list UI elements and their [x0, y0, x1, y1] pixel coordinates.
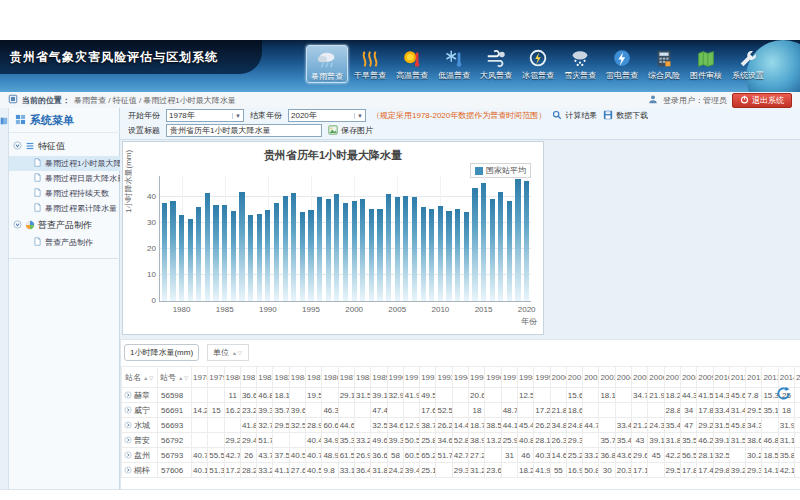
value-cell: 35.7: [599, 433, 615, 448]
nav-risk[interactable]: 综合风险: [644, 45, 684, 83]
unit-toggle-button[interactable]: 1小时降水量(mm): [124, 344, 199, 361]
save-image-button[interactable]: 保存图片: [328, 125, 373, 137]
nav-cold[interactable]: 低温普查: [434, 45, 474, 83]
legend-swatch: [475, 167, 483, 175]
y-tick-label: 10: [134, 270, 156, 279]
year-column-header[interactable]: 1989: [371, 367, 387, 388]
value-cell: 26: [240, 448, 256, 463]
year-column-header[interactable]: 1992: [420, 367, 436, 388]
expander-icon[interactable]: [13, 220, 22, 231]
year-column-header[interactable]: 2004: [615, 367, 631, 388]
value-cell: 40.5: [306, 463, 322, 478]
station-id-cell: 56793: [158, 448, 192, 463]
nav-heat[interactable]: 高温普查: [392, 45, 432, 83]
year-column-header[interactable]: 1980: [224, 367, 240, 388]
year-column-header[interactable]: 2000: [550, 367, 566, 388]
year-column-header[interactable]: 1995: [469, 367, 485, 388]
year-column-header[interactable]: 2008: [680, 367, 696, 388]
year-column-header[interactable]: 2012: [746, 367, 762, 388]
station-id-column-header[interactable]: 站号 ▲▽: [158, 367, 192, 388]
y-tick-label: 30: [134, 218, 156, 227]
breadcrumb[interactable]: 暴雨普查 / 特征值 / 暴雨过程1小时最大降水量: [74, 95, 236, 106]
value-cell: 31.1: [778, 433, 794, 448]
data-download-button[interactable]: 数据下载: [603, 110, 648, 122]
value-cell: 36.4: [354, 463, 370, 478]
nav-snow[interactable]: 雪灾普查: [560, 45, 600, 83]
nav-label: 大风普查: [476, 71, 516, 80]
bar-2001: [360, 199, 365, 301]
row-expander-icon[interactable]: [124, 466, 132, 476]
bar-2013: [464, 212, 469, 301]
year-column-header[interactable]: 2014: [778, 367, 794, 388]
value-cell: 38.9: [469, 433, 485, 448]
year-column-header[interactable]: 2013: [762, 367, 778, 388]
year-column-header[interactable]: 1996: [485, 367, 501, 388]
value-cell: 33.4: [713, 403, 729, 418]
year-column-header[interactable]: 2010: [713, 367, 729, 388]
year-column-header[interactable]: 1991: [403, 367, 419, 388]
nav-hail[interactable]: 冰雹普查: [518, 45, 558, 83]
station-name-column-header[interactable]: 站名 ▲▽: [122, 367, 158, 388]
year-column-header[interactable]: 1999: [534, 367, 550, 388]
year-column-header[interactable]: 2005: [632, 367, 648, 388]
year-column-header[interactable]: 1997: [501, 367, 517, 388]
year-column-header[interactable]: 1982: [257, 367, 273, 388]
year-column-header[interactable]: 1978: [192, 367, 208, 388]
value-cell: [224, 418, 240, 433]
year-column-header[interactable]: 1984: [289, 367, 305, 388]
end-year-select[interactable]: 2020年▼: [288, 109, 366, 122]
value-cell: 30: [599, 463, 615, 478]
year-column-header[interactable]: 1986: [322, 367, 338, 388]
value-cell: 45.6: [729, 388, 745, 403]
year-column-header[interactable]: 1990: [387, 367, 403, 388]
logout-button[interactable]: 退出系统: [732, 93, 792, 108]
refresh-icon[interactable]: [776, 386, 791, 405]
row-expander-icon[interactable]: [124, 421, 132, 431]
nav-drought[interactable]: 干旱普查: [350, 45, 390, 83]
login-user-label: 登录用户：管理员: [663, 95, 727, 106]
nav-rainstorm[interactable]: 暴雨普查: [306, 45, 348, 83]
year-column-header[interactable]: 2011: [729, 367, 745, 388]
nav-settings[interactable]: 系统设置: [728, 45, 768, 83]
sidebar-item-label: 暴雨过程累计降水量: [45, 203, 117, 214]
year-column-header[interactable]: 1987: [338, 367, 354, 388]
year-column-header[interactable]: 2007: [664, 367, 680, 388]
nav-map-audit[interactable]: 图件审核: [686, 45, 726, 83]
year-column-header[interactable]: 2002: [583, 367, 599, 388]
year-column-header[interactable]: 1981: [240, 367, 256, 388]
value-cell: [436, 388, 452, 403]
year-column-header[interactable]: 2009: [697, 367, 713, 388]
nav-wind[interactable]: 大风普查: [476, 45, 516, 83]
nav-label: 雪灾普查: [560, 71, 600, 80]
sidebar-collapse-strip[interactable]: [0, 108, 9, 489]
table-body: 赫章565981136.646.818.119.529.131.539.132.…: [122, 388, 800, 478]
year-column-header[interactable]: 2003: [599, 367, 615, 388]
chart-title-input[interactable]: 贵州省历年1小时最大降水量: [166, 124, 322, 137]
year-column-header[interactable]: 1993: [436, 367, 452, 388]
value-cell: 18.7: [469, 418, 485, 433]
nav-lightning[interactable]: 雷电普查: [602, 45, 642, 83]
table-row: 赫章565981136.646.818.119.529.131.539.132.…: [122, 388, 800, 403]
year-column-header[interactable]: 1994: [452, 367, 468, 388]
expander-icon[interactable]: [13, 141, 22, 152]
unit-sort-header[interactable]: 单位 ▲▽: [207, 344, 249, 361]
row-expander-icon[interactable]: [124, 451, 132, 461]
value-cell: 18: [469, 403, 485, 418]
bar-1998: [334, 194, 339, 301]
year-column-header[interactable]: 1985: [306, 367, 322, 388]
sidebar-item-label: 暴雨过程持续天数: [45, 188, 109, 199]
year-column-header[interactable]: 1983: [273, 367, 289, 388]
row-expander-icon[interactable]: [124, 436, 132, 446]
year-column-header[interactable]: 2015: [794, 367, 800, 388]
year-column-header[interactable]: 1998: [517, 367, 533, 388]
year-column-header[interactable]: 1979: [208, 367, 224, 388]
row-expander-icon[interactable]: [124, 406, 132, 416]
value-cell: 13.2: [485, 433, 501, 448]
calc-result-button[interactable]: 计算结果: [552, 110, 597, 122]
start-year-select[interactable]: 1978年▼: [166, 109, 244, 122]
year-column-header[interactable]: 2001: [566, 367, 582, 388]
year-column-header[interactable]: 2006: [648, 367, 664, 388]
sort-icons: ▲▽: [178, 375, 189, 381]
year-column-header[interactable]: 1988: [354, 367, 370, 388]
row-expander-icon[interactable]: [124, 391, 132, 401]
